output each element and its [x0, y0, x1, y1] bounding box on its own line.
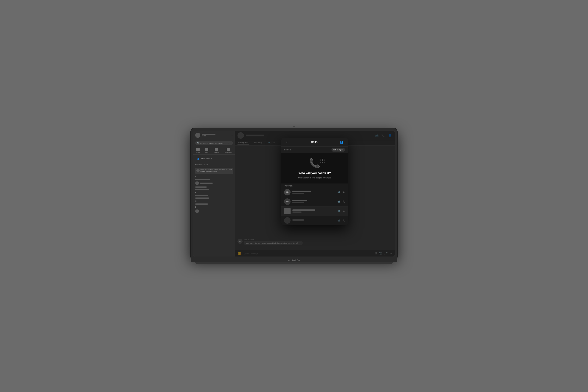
sidebar-nav: Chats Calls Contacts Notifications: [194, 146, 235, 154]
contact-avatar: [195, 182, 199, 185]
contact-avatar: [195, 210, 199, 213]
sidebar-name-credit: $0.00: [202, 134, 216, 137]
contact-item[interactable]: [194, 186, 235, 188]
grid-icon: ⋮⋮: [228, 142, 231, 144]
contact-item[interactable]: [194, 194, 235, 197]
main-content: 📹 📞 👤 Calling you! | 🖼 Gallery: [235, 131, 394, 257]
calls-search-input[interactable]: [284, 148, 332, 151]
person-audio-call-icon[interactable]: 📞: [342, 200, 345, 203]
macbook-base: [195, 262, 393, 264]
calls-modal: × Calls 👥+ ⌨ Dial pad: [281, 138, 348, 225]
person-info-1: [292, 190, 338, 194]
modal-overlay: × Calls 👥+ ⌨ Dial pad: [235, 131, 394, 257]
contact-item[interactable]: [194, 203, 235, 205]
notifications-icon: [227, 148, 230, 151]
calls-people-label: PEOPLE: [281, 184, 348, 188]
sidebar-nav-item-calls[interactable]: Calls: [204, 148, 210, 154]
contact-notice: Check your Contacts settings to manage w…: [195, 168, 233, 174]
person-info-4: [292, 219, 338, 222]
sidebar: $0.00 ... 🔍 People, groups & messages ⋮⋮: [194, 131, 235, 257]
sidebar-nav-label-notifications: Notifications: [225, 152, 232, 153]
person-video-call-icon[interactable]: 📹: [338, 219, 340, 222]
phone-graphic-icon: 📞: [309, 158, 320, 168]
calls-modal-close-button[interactable]: ×: [284, 140, 289, 144]
notice-close-button[interactable]: ×: [231, 168, 232, 170]
calls-dial-area: 📞: [281, 153, 348, 184]
chats-icon: [196, 148, 200, 151]
sidebar-nav-item-notifications[interactable]: Notifications: [223, 148, 234, 154]
calls-graphic: 📞: [309, 158, 320, 168]
sidebar-nav-item-contacts[interactable]: Contacts: [212, 148, 220, 154]
dot: [320, 162, 321, 163]
new-contact-button[interactable]: 👤+ New Contact: [197, 157, 212, 160]
macbook-label: MacBook Pro: [288, 259, 300, 261]
contact-item[interactable]: [194, 209, 235, 214]
dot: [322, 162, 323, 163]
sidebar-more-button[interactable]: ...: [230, 134, 233, 137]
contact-name-bar: [195, 186, 207, 188]
person-audio-call-icon[interactable]: 📞: [342, 191, 345, 193]
new-contact-label: New Contact: [202, 158, 212, 160]
person-sub-bar-2: [292, 202, 304, 203]
dot: [324, 162, 324, 163]
person-audio-call-icon[interactable]: 📞: [342, 210, 345, 212]
dot: [324, 159, 324, 160]
macbook-camera: [293, 126, 295, 128]
calls-person-item[interactable]: 📹 📞: [281, 216, 348, 225]
dot: [320, 160, 321, 161]
contact-group-b: B: [194, 191, 235, 194]
contact-group-d: D: [194, 205, 235, 209]
calls-person-item[interactable]: (4) 📹 📞: [281, 188, 348, 197]
macbook-lid: $0.00 ... 🔍 People, groups & messages ⋮⋮: [191, 128, 397, 258]
contact-item[interactable]: [194, 197, 235, 199]
calls-sub-text: Use Search to find people on Skype: [298, 176, 331, 179]
contact-item[interactable]: [194, 188, 235, 191]
person-name-bar-3: [292, 210, 315, 211]
person-video-call-icon[interactable]: 📹: [338, 200, 340, 203]
person-info-2: [292, 200, 338, 203]
calls-who-text: Who will you call first?: [298, 171, 331, 175]
calls-person-item[interactable]: AR 📹 📞: [281, 197, 348, 206]
person-actions-1: 📹 📞: [338, 191, 345, 193]
macbook-screen: $0.00 ... 🔍 People, groups & messages ⋮⋮: [194, 131, 394, 257]
sidebar-nav-label-calls: Calls: [205, 152, 208, 153]
new-contact-section: 👤+ New Contact: [194, 154, 235, 163]
dot: [324, 160, 324, 161]
my-contacts-title: MY CONTACTS ▾: [195, 164, 233, 166]
contact-group-c: C: [194, 199, 235, 203]
person-audio-call-icon[interactable]: 📞: [342, 219, 345, 222]
sidebar-nav-item-chats[interactable]: Chats: [195, 148, 201, 154]
dialpad-label: Dial pad: [337, 149, 344, 151]
contact-item[interactable]: [194, 178, 235, 181]
person-video-call-icon[interactable]: 📹: [338, 191, 340, 193]
person-name-bar-1: [292, 190, 311, 192]
person-sub-bar-3: [292, 212, 302, 213]
person-name-bar-2: [292, 200, 307, 202]
person-actions-3: 📹 📞: [338, 210, 345, 212]
sidebar-header: $0.00 ...: [194, 131, 235, 140]
contact-name-bar: [195, 198, 209, 199]
person-actions-4: 📹 📞: [338, 219, 345, 222]
person-video-call-icon[interactable]: 📹: [338, 210, 340, 212]
dot: [320, 159, 321, 160]
calls-modal-header: × Calls 👥+: [281, 138, 348, 147]
sidebar-profile: $0.00: [195, 133, 216, 138]
calls-modal-add-contact-button[interactable]: 👥+: [340, 140, 345, 144]
contact-name-bar: [195, 179, 210, 180]
calls-people-section: PEOPLE (4) 📹: [281, 184, 348, 225]
macbook-container: $0.00 ... 🔍 People, groups & messages ⋮⋮: [191, 128, 397, 264]
calls-person-item[interactable]: 📹 📞: [281, 206, 348, 216]
calls-modal-title: Calls: [311, 140, 318, 144]
my-contacts-section: MY CONTACTS ▾: [194, 163, 235, 168]
person-avatar-3: [284, 208, 290, 214]
contacts-icon: [215, 148, 218, 151]
contact-item[interactable]: [194, 181, 235, 186]
app-container: $0.00 ... 🔍 People, groups & messages ⋮⋮: [194, 131, 394, 257]
sidebar-search[interactable]: 🔍 People, groups & messages ⋮⋮: [195, 141, 233, 145]
notice-icon: [196, 169, 200, 172]
dialpad-button[interactable]: ⌨ Dial pad: [332, 148, 345, 152]
contact-name-bar: [195, 189, 209, 190]
contact-notice-text: Check your Contacts settings to manage w…: [200, 169, 232, 173]
sidebar-avatar: [195, 133, 200, 138]
chevron-down-icon: ▾: [207, 164, 208, 166]
